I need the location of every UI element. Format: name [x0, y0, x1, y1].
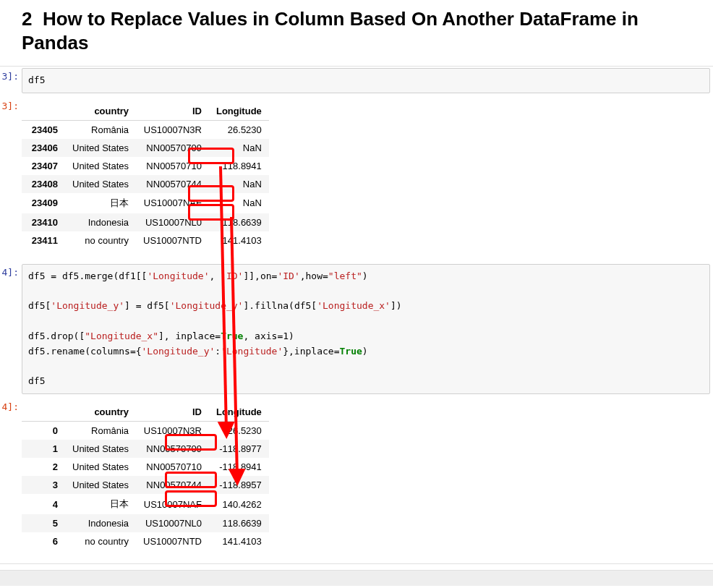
row-index: 23408: [22, 175, 65, 193]
input-prompt: 3]:: [0, 67, 22, 82]
table-cell: NN00570710: [136, 458, 209, 476]
table-row: 23411no countryUS10007NTD141.4103: [22, 231, 269, 250]
table-row: 23405RomâniaUS10007N3R26.5230: [22, 120, 269, 139]
table-cell: US10007NL0: [136, 213, 209, 231]
table-row: 23407United StatesNN00570710-118.8941: [22, 157, 269, 175]
output-prompt: 4]:: [0, 397, 22, 412]
row-index: 1: [22, 440, 65, 458]
section-heading: 2 How to Replace Values in Column Based …: [0, 0, 713, 66]
table-cell: NN00570744: [136, 476, 209, 494]
table-cell: NaN: [209, 139, 269, 157]
table-cell: US10007NTD: [136, 231, 209, 250]
table-cell: Indonesia: [65, 213, 136, 231]
code-input[interactable]: df5 = df5.merge(df1[['Longitude', 'ID']]…: [22, 264, 710, 394]
input-prompt: 4]:: [0, 263, 22, 278]
table-cell: NN00570709: [136, 139, 209, 157]
table-cell: NN00570744: [136, 175, 209, 193]
code-cell-3: 3]: df5: [0, 67, 713, 96]
table-row: 4日本US10007NAF140.4262: [22, 494, 269, 514]
index-header: [22, 102, 65, 121]
table-cell: US10007NL0: [136, 514, 209, 532]
row-index: 23406: [22, 139, 65, 157]
row-index: 23405: [22, 120, 65, 139]
output-prompt: 3]:: [0, 96, 22, 111]
output-cell-3: 3]: country ID Longitude 23405RomâniaUS1…: [0, 96, 713, 263]
col-header: country: [65, 403, 136, 422]
table-row: 23406United StatesNN00570709NaN: [22, 139, 269, 157]
table-cell: 日本: [65, 494, 136, 514]
row-index: 5: [22, 514, 65, 532]
table-cell: 141.4103: [209, 532, 269, 550]
table-cell: United States: [65, 157, 136, 175]
row-index: 3: [22, 476, 65, 494]
table-row: 3United StatesNN00570744-118.8957: [22, 476, 269, 494]
row-index: 0: [22, 422, 65, 440]
table-row: 23409日本US10007NAFNaN: [22, 193, 269, 213]
table-cell: NN00570709: [136, 440, 209, 458]
table-cell: 140.4262: [209, 494, 269, 514]
table-row: 23408United StatesNN00570744NaN: [22, 175, 269, 193]
table-cell: United States: [65, 476, 136, 494]
col-header: Longitude: [209, 403, 269, 422]
table-cell: -118.8977: [209, 440, 269, 458]
table-cell: United States: [65, 175, 136, 193]
col-header: country: [65, 102, 136, 121]
table-cell: 118.6639: [209, 213, 269, 231]
table-cell: NaN: [209, 175, 269, 193]
table-row: 0RomâniaUS10007N3R26.5230: [22, 422, 269, 440]
col-header: ID: [136, 403, 209, 422]
table-cell: 日本: [65, 193, 136, 213]
heading-number: 2: [22, 8, 32, 30]
table-cell: NN00570710: [136, 157, 209, 175]
table-cell: US10007NTD: [136, 532, 209, 550]
code-input[interactable]: df5: [22, 68, 710, 93]
table-cell: no country: [65, 532, 136, 550]
footer-strip: [0, 570, 713, 586]
table-cell: US10007NAF: [136, 494, 209, 514]
table-cell: United States: [65, 458, 136, 476]
table-cell: 141.4103: [209, 231, 269, 250]
table-cell: US10007N3R: [136, 422, 209, 440]
row-index: 23411: [22, 231, 65, 250]
index-header: [22, 403, 65, 422]
table-cell: 26.5230: [209, 422, 269, 440]
table-cell: România: [65, 422, 136, 440]
table-cell: -118.8941: [209, 157, 269, 175]
table-cell: NaN: [209, 193, 269, 213]
col-header: ID: [136, 102, 209, 121]
table-row: 1United StatesNN00570709-118.8977: [22, 440, 269, 458]
table-cell: US10007NAF: [136, 193, 209, 213]
table-cell: Indonesia: [65, 514, 136, 532]
table-row: 5IndonesiaUS10007NL0118.6639: [22, 514, 269, 532]
code-cell-4: 4]: df5 = df5.merge(df1[['Longitude', 'I…: [0, 263, 713, 397]
row-index: 23409: [22, 193, 65, 213]
dataframe-table: country ID Longitude 0RomâniaUS10007N3R2…: [22, 403, 269, 550]
output-cell-4: 4]: country ID Longitude 0RomâniaUS10007…: [0, 397, 713, 563]
heading-text: How to Replace Values in Column Based On…: [22, 8, 639, 54]
dataframe-table: country ID Longitude 23405RomâniaUS10007…: [22, 102, 269, 250]
row-index: 23410: [22, 213, 65, 231]
table-cell: România: [65, 120, 136, 139]
row-index: 6: [22, 532, 65, 550]
table-cell: 118.6639: [209, 514, 269, 532]
row-index: 23407: [22, 157, 65, 175]
table-cell: United States: [65, 139, 136, 157]
table-row: 23410IndonesiaUS10007NL0118.6639: [22, 213, 269, 231]
table-row: 6no countryUS10007NTD141.4103: [22, 532, 269, 550]
table-cell: US10007N3R: [136, 120, 209, 139]
table-cell: -118.8941: [209, 458, 269, 476]
table-cell: -118.8957: [209, 476, 269, 494]
row-index: 2: [22, 458, 65, 476]
col-header: Longitude: [209, 102, 269, 121]
table-cell: no country: [65, 231, 136, 250]
row-index: 4: [22, 494, 65, 514]
table-cell: 26.5230: [209, 120, 269, 139]
table-row: 2United StatesNN00570710-118.8941: [22, 458, 269, 476]
table-cell: United States: [65, 440, 136, 458]
